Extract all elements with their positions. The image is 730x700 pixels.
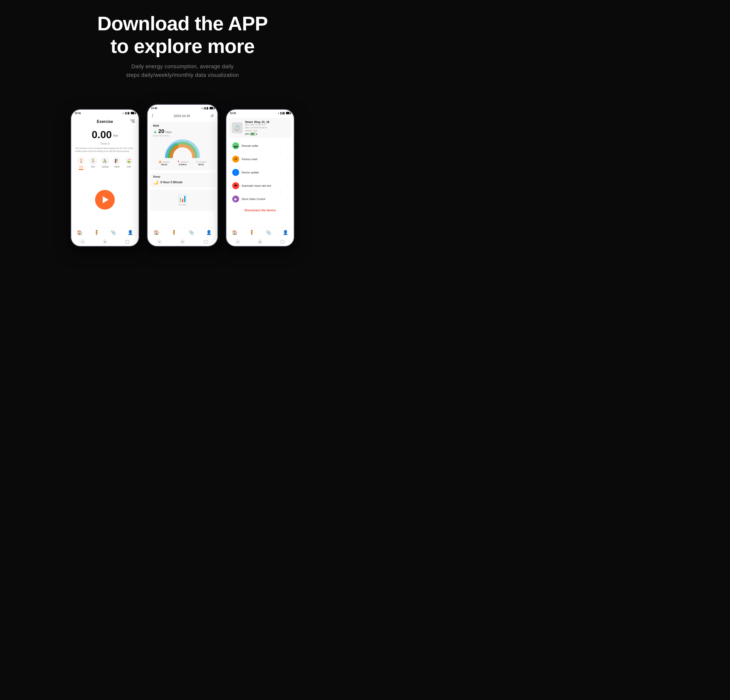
profile-icon-center: 👤 (206, 230, 212, 235)
semicircle-chart (153, 137, 212, 159)
title-line2: to explore more (110, 35, 254, 57)
recents-gesture-right[interactable] (280, 240, 285, 244)
status-time-center: 13:40 (151, 107, 158, 110)
duration-label: Duration (199, 161, 206, 163)
duration-icon: ⏱ (196, 161, 198, 163)
chevron-factory-reset: › (287, 157, 288, 161)
menu-remote-selfie[interactable]: 📷 Remote selfie › (229, 140, 291, 152)
activity-icon-center: 🧍 (171, 230, 177, 235)
calories-value: 0Kcal (159, 163, 169, 166)
device-update-label: Device update (242, 171, 285, 174)
nav-activity-left[interactable]: 🧍 (94, 230, 99, 235)
selfie-icon: 📷 (232, 142, 239, 149)
distance-value-center: 0.01Km (177, 163, 188, 166)
nav-home-left[interactable]: 🏠 (77, 230, 82, 235)
status-icons-center: ● ▐▐▐▌ (201, 107, 214, 110)
page-container: Download the APP to explore more Daily e… (0, 0, 365, 350)
sleep-value: 0 Hour 0 Minute (160, 181, 182, 184)
title-line1: Download the APP (97, 13, 268, 35)
back-gesture-right[interactable] (235, 240, 240, 244)
recents-gesture-left[interactable] (125, 240, 130, 244)
nav-profile-center[interactable]: 👤 (206, 230, 212, 235)
recents-gesture-center[interactable] (204, 240, 208, 244)
chevron-short-video: › (287, 197, 288, 201)
exercise-title: Exercise (80, 120, 130, 124)
menu-device-update[interactable]: ↑ Device update › (229, 167, 291, 178)
no-data-icon: 📊 (178, 194, 187, 202)
battery-percent: 68% (245, 133, 250, 135)
date-header: ⤴ 2024-10-25 ↺ (147, 112, 218, 120)
nav-home-center[interactable]: 🏠 (154, 230, 159, 235)
home-gesture-center[interactable] (180, 240, 185, 244)
menu-factory-reset[interactable]: ↺ Factory reset › (229, 153, 291, 165)
home-gesture-left[interactable] (103, 240, 107, 244)
battery-row: 68% (245, 133, 288, 135)
home-icon-left: 🏠 (77, 230, 82, 235)
sleep-content: 🌙 0 Hour 0 Minute (153, 180, 212, 185)
tab-golf[interactable]: ⛳ Golf (125, 157, 133, 170)
calories-icon: 🔥 (159, 161, 162, 163)
stat-distance: 📍 Distance 0.01Km (177, 161, 188, 166)
goal-text: Goal 4000 Steps (153, 134, 212, 137)
back-gesture-center[interactable] (157, 240, 161, 244)
back-gesture-left[interactable] (80, 240, 85, 244)
status-bar-right: 13:41 ● ▐▐▐▌ (226, 110, 294, 117)
phone-right: 13:41 ● ▐▐▐▌ 💍 Smart_Ring_01_18 Sync dat… (226, 109, 295, 247)
steps-count: 20 (158, 128, 164, 134)
battery-icon-right (286, 112, 291, 114)
moon-icon: 🌙 (153, 180, 158, 185)
nav-link-center[interactable]: 📎 (189, 230, 194, 235)
sleep-card: Sleep 🌙 0 Hour 0 Minute (150, 172, 215, 187)
phones-container: 13:41 ● ▐▐▐▌ Exercise (70, 104, 295, 257)
play-button-area (71, 172, 139, 228)
distance-label: Distance (181, 161, 188, 163)
link-icon-center: 📎 (189, 230, 194, 235)
tab-climb[interactable]: 🧗 Climb (113, 157, 121, 170)
device-name: Smart_Ring_01_18 (245, 120, 288, 123)
activity-icon-left: 🧍 (94, 230, 99, 235)
nav-activity-right[interactable]: 🧍 (249, 230, 254, 235)
home-icon-center: 🏠 (154, 230, 159, 235)
nav-home-right[interactable]: 🏠 (232, 230, 237, 235)
duration-value: 00:01 (196, 163, 206, 166)
status-bar-center: 13:40 ● ▐▐▐▌ (147, 105, 218, 112)
tab-cycling[interactable]: 🚴 Cycling (101, 157, 109, 170)
subtitle-line2: steps daily/weekly/monthly data visualiz… (126, 72, 239, 78)
menu-heart-rate[interactable]: ❤ Automatic heart rate test › (229, 180, 291, 191)
profile-icon-left: 👤 (128, 230, 133, 235)
nav-link-right[interactable]: 📎 (266, 230, 271, 235)
nav-profile-right[interactable]: 👤 (283, 230, 288, 235)
times-label: Times 0 (71, 142, 139, 145)
refresh-icon[interactable]: ↺ (210, 114, 213, 118)
nav-profile-left[interactable]: 👤 (128, 230, 133, 235)
menu-short-video[interactable]: ▶ Short Video Control › (229, 193, 291, 205)
no-data-text: No data (178, 203, 187, 206)
share-icon[interactable]: ⤴ (152, 114, 153, 118)
walk-icon-center: ▲ (153, 129, 158, 134)
tab-run[interactable]: 🏃 Run (89, 157, 97, 170)
status-icons-right: ● ▐▐▐▌ (278, 112, 291, 114)
play-button[interactable] (95, 190, 115, 210)
status-bar-left: 13:41 ● ▐▐▐▌ (71, 110, 139, 117)
nav-link-left[interactable]: 📎 (111, 230, 116, 235)
disconnect-button[interactable]: Disconnect the device (226, 206, 294, 215)
steps-suffix: Steps (165, 131, 172, 133)
home-icon-right: 🏠 (232, 230, 237, 235)
stats-row: 🔥 Calories 0Kcal 📍 Distance 0.01Km (153, 159, 212, 168)
signal-icon: ● (123, 112, 124, 114)
gesture-bar-center (147, 238, 218, 246)
header-section: Download the APP to explore more Daily e… (97, 12, 268, 79)
battery-icon-left (131, 112, 135, 114)
activity-icon-right: 🧍 (249, 230, 254, 235)
nav-activity-center[interactable]: 🧍 (171, 230, 177, 235)
bottom-nav-right: 🏠 🧍 📎 👤 (226, 228, 294, 238)
dot-icon-center: ● ▐▐▐▌ (201, 107, 209, 110)
battery-icon-center (210, 107, 214, 110)
bars-icon[interactable] (130, 120, 135, 124)
home-gesture-right[interactable] (258, 240, 262, 244)
screen-right: 💍 Smart_Ring_01_18 Sync data: 10-25 10:1… (226, 117, 294, 246)
calories-label: Calories (162, 161, 169, 163)
tab-walk[interactable]: 🚶 Walk (77, 157, 85, 170)
gps-notice: This function is the movement data obtai… (75, 147, 135, 153)
status-time-left: 13:41 (74, 112, 81, 114)
